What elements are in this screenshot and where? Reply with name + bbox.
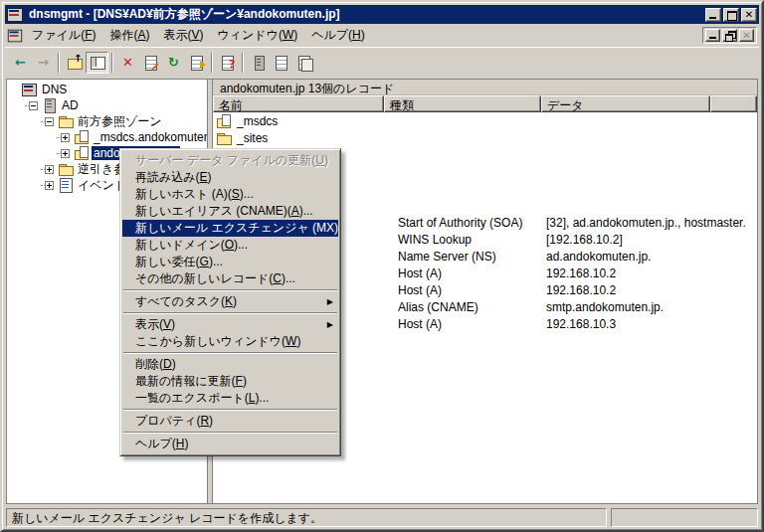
label-fragment: )... (299, 204, 313, 218)
status-bar: 新しいメール エクスチェンジャ レコードを作成します。 (6, 506, 758, 527)
label-fragment: A (291, 204, 299, 218)
properties-button[interactable] (139, 52, 162, 74)
delete-button[interactable] (116, 52, 139, 74)
back-button[interactable] (9, 52, 32, 74)
menu-item-new-alias[interactable]: 新しいエイリアス (CNAME)(A)... (122, 203, 338, 220)
export-list-button[interactable] (185, 52, 208, 74)
menubar-item-action[interactable]: 操作(A) (102, 26, 156, 44)
status-message-panel: 新しいメール エクスチェンジャ レコードを作成します。 (6, 508, 607, 527)
table-row[interactable]: _msdcs (213, 112, 757, 129)
label-fragment: )... (209, 255, 223, 268)
menu-item-refresh[interactable]: 最新の情報に更新(F) (122, 373, 338, 390)
record-name: _sites (237, 131, 268, 145)
properties-icon (143, 55, 159, 71)
label-fragment: ) (324, 153, 328, 167)
label-fragment: ) (200, 28, 204, 42)
close-button[interactable] (741, 8, 757, 22)
menu-item-properties[interactable]: プロパティ(R) (122, 413, 338, 430)
up-one-level-button[interactable] (63, 52, 86, 74)
menu-item-reload[interactable]: 再読み込み(E) (122, 169, 338, 186)
status-text: 新しいメール エクスチェンジャ レコードを作成します。 (12, 511, 322, 525)
expander-plus-icon[interactable] (61, 149, 70, 158)
record-name-cell: _sites (213, 130, 384, 146)
tree-item-label: AD (60, 98, 81, 112)
menu-item-other-new-records[interactable]: その他の新しいレコード(C)... (122, 270, 338, 287)
menu-item-help[interactable]: ヘルプ(H) (122, 436, 338, 452)
tree-item-zone-msdcs-andokomuten-jp[interactable]: _msdcs.andokomuten.jp (7, 129, 207, 145)
record-type: Host (A) (384, 283, 541, 297)
mdi-window-icon[interactable] (8, 28, 22, 42)
help-button[interactable] (216, 52, 239, 74)
label-fragment: ) (208, 170, 212, 184)
folder-icon (58, 113, 74, 129)
submenu-arrow-icon: ▶ (327, 316, 333, 333)
expander-minus-icon[interactable] (45, 117, 54, 126)
label-fragment: ここから新しいウィンドウ( (135, 334, 286, 348)
mdi-close-button[interactable] (739, 29, 754, 42)
record-data: 192.168.10.2 (541, 266, 616, 280)
minimize-button[interactable] (705, 8, 721, 22)
column-header-1[interactable]: 種類 (384, 95, 541, 112)
menu-item-all-tasks[interactable]: すべてのタスク(K)▶ (122, 293, 338, 310)
menu-item-new-delegation[interactable]: 新しい委任(G)... (122, 254, 338, 270)
label-fragment: )... (234, 238, 248, 252)
forward-icon (36, 55, 52, 71)
menubar-item-window[interactable]: ウィンドウ(W) (211, 26, 305, 44)
menu-item-new-host[interactable]: 新しいホスト (A)(S)... (122, 186, 338, 203)
tree-item-dns-root[interactable]: DNS (7, 82, 207, 97)
submenu-arrow-icon: ▶ (327, 293, 333, 310)
toolbar-separator (211, 53, 213, 73)
menubar-item-view[interactable]: 表示(V) (156, 26, 210, 44)
label-fragment: H (176, 437, 185, 450)
server-button[interactable] (247, 52, 270, 74)
show-console-tree-button[interactable] (86, 52, 108, 74)
label-fragment: E (200, 170, 208, 184)
label-fragment: ) (296, 334, 300, 348)
refresh-button[interactable] (162, 52, 185, 74)
menu-item-update-server-data-file[interactable]: サーバー データ ファイルの更新(U) (122, 152, 338, 169)
label-fragment: サーバー データ ファイルの更新( (135, 153, 315, 167)
mdi-minimize-button[interactable] (705, 29, 720, 42)
menu-item-delete[interactable]: 削除(D) (122, 356, 338, 373)
menubar-item-help[interactable]: ヘルプ(H) (304, 26, 372, 44)
record-type: Host (A) (384, 266, 541, 280)
document-button[interactable] (270, 52, 292, 74)
label-fragment: W (286, 334, 296, 348)
folder-icon (58, 161, 74, 177)
server-icon (42, 97, 58, 113)
record-data: 192.168.10.3 (541, 317, 616, 331)
tree-item-ad-server[interactable]: AD (7, 97, 207, 113)
column-header-0[interactable]: 名前 (213, 95, 384, 112)
refresh-icon (166, 55, 182, 71)
expander-plus-icon[interactable] (45, 181, 54, 190)
menu-item-new-domain[interactable]: 新しいドメイン(O)... (122, 237, 338, 254)
mdi-restore-button[interactable] (722, 29, 737, 42)
record-name: _msdcs (237, 114, 278, 128)
help-icon (220, 55, 236, 71)
label-fragment: ウィンドウ( (218, 28, 283, 42)
toolbar (5, 47, 759, 77)
copy-button[interactable] (292, 52, 315, 74)
back-icon (13, 55, 29, 71)
record-type: Start of Authority (SOA) (384, 216, 541, 230)
menubar-item-file[interactable]: ファイル(F) (25, 26, 102, 44)
menu-item-view[interactable]: 表示(V)▶ (122, 316, 338, 333)
table-row[interactable]: _sites (213, 129, 757, 146)
menu-item-export-list[interactable]: 一覧のエクスポート(L)... (122, 390, 338, 407)
menu-item-new-mail-exchanger[interactable]: 新しいメール エクスチェンジャ (MX)(M)... (122, 220, 338, 237)
label-fragment: その他の新しいレコード( (135, 271, 273, 285)
expander-plus-icon[interactable] (61, 133, 70, 142)
label-fragment: 新しいメール エクスチェンジャ (MX)( (135, 221, 338, 235)
toolbar-separator (111, 53, 113, 73)
label-fragment: 再読み込み( (135, 170, 200, 184)
label-fragment: ) (185, 437, 189, 450)
maximize-button[interactable] (723, 8, 739, 22)
menu-item-new-window-from-here[interactable]: ここから新しいウィンドウ(W) (122, 333, 338, 350)
expander-minus-icon[interactable] (29, 101, 38, 110)
delete-icon (120, 55, 136, 71)
label-fragment: V (191, 28, 199, 42)
tree-item-forward-lookup-zones[interactable]: 前方参照ゾーン (7, 113, 207, 129)
column-header-2[interactable]: データ (541, 95, 710, 112)
forward-button[interactable] (32, 52, 55, 74)
expander-plus-icon[interactable] (45, 165, 54, 174)
